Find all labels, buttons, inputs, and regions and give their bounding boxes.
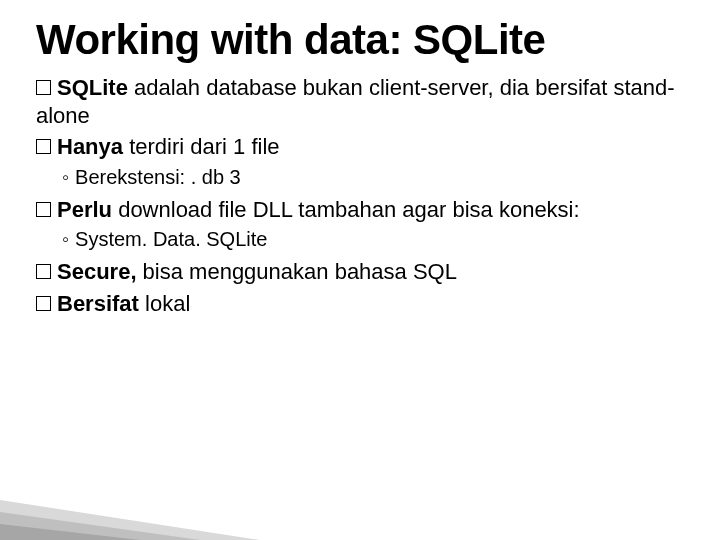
bullet-item: Perlu download file DLL tambahan agar bi… (36, 196, 684, 224)
bullet-item: Bersifat lokal (36, 290, 684, 318)
bullet-item: SQLite adalah database bukan client-serv… (36, 74, 684, 129)
sub-bullet-marker: ◦ (62, 166, 69, 188)
sub-bullet-marker: ◦ (62, 228, 69, 250)
square-bullet-icon (36, 264, 51, 279)
svg-marker-1 (0, 512, 200, 540)
bullet-text: lokal (139, 291, 190, 316)
square-bullet-icon (36, 139, 51, 154)
bullet-lead: Hanya (57, 134, 123, 159)
square-bullet-icon (36, 296, 51, 311)
bullet-text: terdiri dari 1 file (123, 134, 280, 159)
slide: Working with data: SQLite SQLite adalah … (0, 0, 720, 540)
square-bullet-icon (36, 202, 51, 217)
sub-bullet-text: Berekstensi: . db 3 (75, 166, 241, 188)
slide-body: SQLite adalah database bukan client-serv… (36, 74, 684, 317)
bullet-item: Hanya terdiri dari 1 file (36, 133, 684, 161)
bullet-lead: SQLite (57, 75, 128, 100)
sub-bullet-item: ◦System. Data. SQLite (62, 227, 684, 252)
svg-marker-2 (0, 524, 140, 540)
bullet-text: adalah database bukan client-server, dia… (36, 75, 675, 128)
sub-bullet-item: ◦Berekstensi: . db 3 (62, 165, 684, 190)
corner-wedge-icon (0, 470, 260, 540)
bullet-lead: Bersifat (57, 291, 139, 316)
sub-bullet-text: System. Data. SQLite (75, 228, 267, 250)
svg-marker-0 (0, 500, 260, 540)
square-bullet-icon (36, 80, 51, 95)
bullet-text: bisa menggunakan bahasa SQL (137, 259, 457, 284)
bullet-text: download file DLL tambahan agar bisa kon… (112, 197, 580, 222)
bullet-lead: Secure, (57, 259, 137, 284)
bullet-lead: Perlu (57, 197, 112, 222)
bullet-item: Secure, bisa menggunakan bahasa SQL (36, 258, 684, 286)
slide-title: Working with data: SQLite (36, 18, 684, 62)
